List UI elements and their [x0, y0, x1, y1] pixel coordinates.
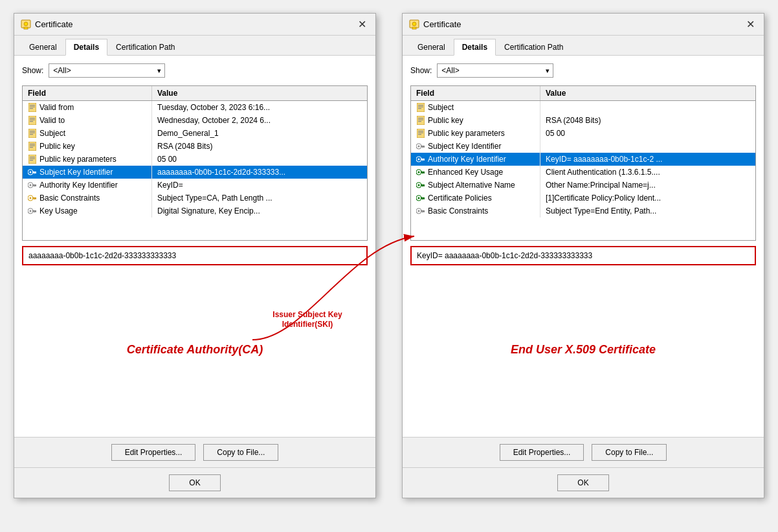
svg-rect-26 [35, 172, 36, 173]
right-edit-properties-button[interactable]: Edit Properties... [500, 444, 584, 461]
left-close-button[interactable]: ✕ [355, 19, 369, 30]
svg-rect-13 [30, 133, 35, 133]
left-tab-certpath[interactable]: Certification Path [107, 39, 183, 56]
table-row[interactable]: Subject Key Identifier [411, 140, 755, 153]
left-detail-box: aaaaaaaa-0b0b-1c1c-2d2d-333333333333 [22, 246, 368, 265]
row-value: Subject Type=CA, Path Length ... [152, 192, 367, 205]
left-table-body[interactable]: Valid from Tuesday, October 3, 2023 6:16… [23, 101, 367, 240]
right-certificate-dialog: Certificate ✕ General Details Certificat… [402, 13, 764, 498]
table-row[interactable]: Public key RSA (2048 Bits) [23, 140, 367, 153]
table-row[interactable]: Enhanced Key Usage Client Authentication… [411, 166, 755, 179]
row-value: KeyID= [152, 179, 367, 192]
right-annotation-area: End User X.509 Certificate [410, 271, 756, 429]
row-field: Public key [23, 140, 152, 153]
table-row[interactable]: Public key parameters 05 00 [411, 127, 755, 140]
svg-rect-53 [417, 116, 425, 125]
svg-point-67 [418, 159, 420, 161]
svg-rect-74 [423, 172, 425, 173]
right-tab-certpath[interactable]: Certification Path [496, 39, 572, 56]
left-header-value: Value [152, 86, 367, 100]
right-footer: Edit Properties... Copy to File... [403, 437, 764, 467]
table-row[interactable]: Basic Constraints Subject Type=CA, Path … [23, 192, 367, 205]
row-field: Subject [23, 127, 152, 140]
right-show-select-wrapper[interactable]: <All> [437, 63, 553, 78]
svg-point-24 [30, 172, 32, 173]
doc-icon [416, 116, 425, 125]
doc-icon [28, 142, 37, 151]
row-field: Valid to [23, 114, 152, 127]
key-icon-selected [416, 155, 425, 164]
svg-rect-11 [28, 129, 36, 138]
row-value: Client Authentication (1.3.6.1.5.... [540, 166, 755, 179]
row-value: Demo_General_1 [152, 127, 367, 140]
right-show-select[interactable]: <All> [437, 63, 553, 78]
table-row[interactable]: Valid to Wednesday, October 2, 2024 6... [23, 114, 367, 127]
left-tab-details[interactable]: Details [65, 39, 107, 56]
svg-rect-27 [34, 172, 35, 174]
left-ok-button[interactable]: OK [169, 474, 221, 491]
left-show-select-wrapper[interactable]: <All> [49, 63, 165, 78]
right-tab-general[interactable]: General [409, 39, 454, 56]
row-value [540, 101, 755, 114]
svg-rect-15 [28, 142, 36, 151]
table-row[interactable]: Subject [411, 101, 755, 114]
table-row[interactable]: Public key RSA (2048 Bits) [411, 114, 755, 127]
table-row-selected[interactable]: Subject Key Identifier aaaaaaaa-0b0b-1c1… [23, 166, 367, 179]
svg-rect-60 [418, 134, 421, 135]
left-ok-footer: OK [14, 467, 375, 498]
left-tabs: General Details Certification Path [14, 36, 375, 56]
svg-rect-18 [30, 147, 33, 148]
svg-rect-56 [418, 121, 421, 122]
svg-rect-55 [418, 120, 423, 120]
svg-rect-10 [30, 121, 33, 122]
row-field: Subject Key Identifier [23, 166, 152, 179]
left-copy-to-file-button[interactable]: Copy to File... [203, 444, 278, 461]
right-close-button[interactable]: ✕ [744, 19, 757, 30]
table-row[interactable]: Basic Constraints Subject Type=End Entit… [411, 205, 755, 217]
svg-rect-12 [30, 131, 35, 131]
left-edit-properties-button[interactable]: Edit Properties... [111, 444, 196, 461]
row-value: Digital Signature, Key Encip... [152, 205, 367, 217]
key-green-icon [416, 194, 425, 203]
left-show-label: Show: [22, 66, 43, 75]
row-value: RSA (2048 Bits) [540, 114, 755, 127]
right-ok-button[interactable]: OK [557, 474, 609, 491]
left-header-field: Field [23, 86, 152, 100]
svg-rect-16 [30, 144, 35, 144]
svg-rect-8 [30, 118, 35, 118]
svg-rect-22 [30, 160, 33, 161]
right-copy-to-file-button[interactable]: Copy to File... [592, 444, 667, 461]
left-certificate-dialog: Certificate ✕ General Details Certificat… [14, 13, 376, 498]
table-row[interactable]: Public key parameters 05 00 [23, 153, 367, 166]
row-value: Wednesday, October 2, 2024 6... [152, 114, 367, 127]
svg-point-62 [418, 146, 420, 148]
table-row-selected[interactable]: Authority Key Identifier KeyID= aaaaaaaa… [411, 153, 755, 166]
svg-rect-19 [28, 155, 36, 164]
right-tab-details[interactable]: Details [454, 39, 496, 56]
table-row[interactable]: Valid from Tuesday, October 3, 2023 6:16… [23, 101, 367, 114]
row-value: 05 00 [540, 127, 755, 140]
row-field: Subject [411, 101, 540, 114]
left-title-group: Certificate [21, 19, 73, 30]
table-row[interactable]: Key Usage Digital Signature, Key Encip..… [23, 205, 367, 217]
svg-rect-37 [34, 198, 35, 200]
svg-rect-20 [30, 157, 35, 157]
table-row[interactable]: Certificate Policies [1]Certificate Poli… [411, 192, 755, 205]
key-icon [28, 181, 37, 190]
svg-rect-51 [418, 107, 423, 107]
row-field: Basic Constraints [411, 205, 540, 217]
table-row[interactable]: Subject Demo_General_1 [23, 127, 367, 140]
svg-rect-59 [418, 133, 423, 133]
svg-point-1 [24, 22, 28, 26]
right-table-body[interactable]: Subject Public key RSA (2048 Bits) [411, 101, 755, 240]
right-show-row: Show: <All> [410, 63, 756, 78]
left-tab-general[interactable]: General [21, 39, 65, 56]
svg-rect-2 [24, 27, 28, 29]
table-row[interactable]: Subject Alternative Name Other Name:Prin… [411, 179, 755, 192]
table-row[interactable]: Authority Key Identifier KeyID= [23, 179, 367, 192]
left-show-select[interactable]: <All> [49, 63, 165, 78]
key-green-icon [416, 181, 425, 190]
left-footer: Edit Properties... Copy to File... [14, 437, 375, 467]
row-field: Key Usage [23, 205, 152, 217]
row-field: Basic Constraints [23, 192, 152, 205]
